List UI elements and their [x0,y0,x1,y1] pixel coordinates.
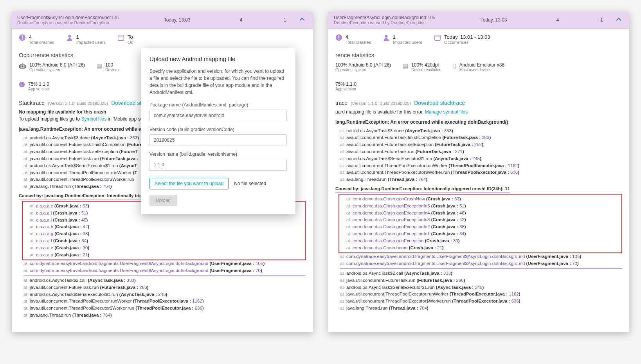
upload-button[interactable]: Upload [149,195,177,206]
stacktrace: lang.RuntimeException: An error occurred… [335,119,622,312]
version-name-input[interactable] [149,159,287,171]
svg-rect-9 [339,36,339,38]
metric-users: 1Impacted users [383,34,422,45]
vn-label: Version name (build.gradle: versionName) [149,151,287,157]
info-icon: i [19,81,25,89]
header-title: UserFragment$AsyncLogin.doInBackground:1… [17,15,145,25]
warning-icon [19,34,26,41]
metric-occurrences: ToOc [117,34,133,45]
header-title: UserFragment$AsyncLogin.doInBackground:1… [334,15,462,25]
metric-users: 1Impacted users [66,34,106,45]
svg-rect-1 [22,36,23,38]
stat-resolution: ▦ 100Device r [97,62,120,72]
android-icon: 🤖 [19,62,26,69]
manage-symbol-files-link[interactable]: Manage symbol files [425,109,468,115]
header-count-b: 1 [590,17,614,23]
header-time: Today, 13:03 [145,17,209,23]
resolution-icon: ▦ [403,62,408,69]
highlighted-frames: at com.demo.dss.Crash.genCrashNow (Crash… [339,194,622,254]
user-icon [66,34,73,41]
svg-rect-4 [118,35,124,41]
calendar-icon [434,34,441,41]
svg-rect-10 [339,39,339,40]
collapse-toggle[interactable] [297,17,307,23]
svg-rect-12 [435,35,440,41]
crash-panel-right: UserFragment$AsyncLogin.doInBackground:1… [328,12,629,332]
panel-header[interactable]: UserFragment$AsyncLogin.doInBackground:1… [12,12,313,29]
select-file-button[interactable]: Select the file you want to upload [149,178,229,189]
svg-point-3 [68,35,71,38]
svg-point-11 [385,35,387,38]
svg-text:i: i [22,83,23,87]
version-code-input[interactable] [149,134,287,146]
upload-mapping-modal: Upload new Android mapping file Specify … [141,48,295,214]
mapping-available-msg: uard mapping file is available for this … [335,109,622,115]
phone-icon: ▯ [453,62,456,69]
metric-crashes: 4Total crashes [335,34,371,45]
vc-label: Version code (build.gradle: versionCode) [149,127,287,132]
metric-occurrences: Today, 13:01 - 13:03Occurrences [434,34,490,45]
pkg-label: Package name (AndroidManifest.xml: packa… [149,102,287,108]
metric-crashes: 4Total crashes [19,34,54,45]
header-count-b: 1 [273,17,297,23]
stat-app-version: 75% 1.1.0App version [335,81,622,91]
modal-description: Specify the application and version, for… [149,68,287,96]
panel-header[interactable]: UserFragment$AsyncLogin.doInBackground:1… [328,12,629,29]
header-count-a: 4 [209,17,273,23]
resolution-icon: ▦ [97,62,102,69]
metrics-row: 4Total crashes 1Impacted users Today, 13… [335,34,622,45]
svg-rect-2 [22,39,23,40]
modal-title: Upload new Android mapping file [149,56,287,62]
stat-device: ▯ Android Emulator x86Most used device [453,62,504,72]
package-name-input[interactable] [149,110,287,121]
stat-os: 🤖 100% Android 8.0 (API 26)Operating sys… [19,62,85,72]
symbol-files-link[interactable]: Symbol files [81,116,106,122]
warning-icon [335,34,342,41]
stat-resolution: ▦ 100% 420dpiDevice resolution [403,62,441,72]
metrics-row: 4Total crashes 1Impacted users ToOc [19,34,306,45]
collapse-toggle[interactable] [614,17,624,23]
no-file-label: No file selected [234,181,266,186]
header-time: Today, 13:03 [462,17,526,23]
stat-os: 100% Android 8.0 (API 26)Operating syste… [335,62,391,72]
calendar-icon [117,34,124,41]
occurrence-stats-title: rence statistics [328,52,622,58]
download-stacktrace-link[interactable]: Download stacktrace [414,100,465,106]
stacktrace-title: trace (Version 1.1.0; Build 20190825) Do… [335,100,622,106]
user-icon [383,34,390,41]
header-count-a: 4 [526,17,589,23]
